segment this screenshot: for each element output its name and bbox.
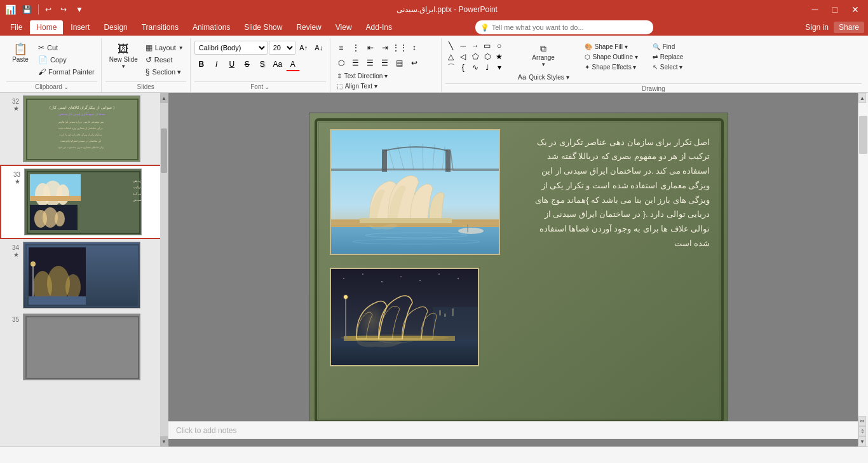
underline-btn[interactable]: U (225, 57, 239, 71)
notes-placeholder[interactable]: Click to add notes (168, 421, 858, 439)
decrease-indent-btn[interactable]: ⇤ (363, 41, 377, 55)
justify-btn[interactable]: ☰ (378, 56, 392, 70)
slide-panel-scroll-thumb[interactable] (161, 128, 167, 173)
shape-rtri[interactable]: ◁ (458, 52, 469, 62)
new-slide-dropdown-icon[interactable]: ▼ (121, 64, 126, 69)
center-btn[interactable]: ☰ (349, 56, 363, 70)
menu-file[interactable]: File (4, 20, 29, 34)
shape-line2[interactable]: ─ (458, 41, 469, 51)
maximize-button[interactable]: □ (829, 3, 841, 16)
new-slide-button[interactable]: 🖼 New Slide ▼ (105, 41, 142, 72)
numbering-btn[interactable]: ⋮ (349, 41, 363, 55)
col-count-btn[interactable]: ⋮⋮ (393, 41, 407, 55)
shape-outline-btn[interactable]: ⬡ Shape Outline ▾ (582, 52, 641, 62)
tell-me-box[interactable]: 💡 (475, 20, 653, 34)
scroll-expand2-btn[interactable]: ⇕ (858, 426, 866, 436)
italic-btn[interactable]: I (210, 57, 224, 71)
scroll-expand-btn[interactable]: ⇔ (858, 416, 866, 426)
tell-me-input[interactable] (492, 24, 632, 31)
bullets-btn[interactable]: ≡ (334, 41, 348, 55)
shape-hex[interactable]: ⬡ (482, 52, 493, 62)
share-button[interactable]: Share (834, 22, 864, 33)
shape-fill-btn[interactable]: 🎨 Shape Fill ▾ (582, 42, 641, 52)
scroll-up-btn[interactable]: ▲ (858, 93, 866, 103)
change-case-btn[interactable]: Aa (271, 57, 285, 71)
copy-button[interactable]: 📄 Copy (36, 54, 97, 66)
format-painter-button[interactable]: 🖌 Format Painter (36, 66, 97, 78)
slide-thumb-34[interactable]: 34 ★ (0, 239, 168, 311)
shape-more[interactable]: ▾ (494, 62, 505, 73)
undo-button[interactable]: ↩ (43, 4, 54, 15)
arrange-dropdown-icon[interactable]: ▼ (541, 62, 546, 67)
save-button[interactable]: 💾 (20, 4, 34, 15)
col-layout-btn[interactable]: ▤ (393, 56, 407, 70)
rtl-btn[interactable]: ↩ (407, 56, 421, 70)
slide-thumb-32[interactable]: 32 ★ ( عنوانی از پیکارگران کالاهای ایمنی… (0, 93, 168, 165)
slide-thumb-33[interactable]: 33 ★ (0, 165, 168, 239)
menu-transitions[interactable]: Transitions (135, 20, 185, 34)
align-text-btn[interactable]: ⬚ Align Text ▾ (334, 81, 437, 91)
slide-thumb-35[interactable]: 35 (0, 311, 168, 383)
text-direction-btn[interactable]: ⇕ Text Direction ▾ (334, 71, 437, 81)
align-right-btn[interactable]: ☰ (363, 56, 377, 70)
line-spacing-btn[interactable]: ↕ (407, 41, 421, 55)
font-color-btn[interactable]: A (286, 57, 300, 71)
font-name-select[interactable]: Calibri (Body) (194, 41, 268, 55)
menu-insert[interactable]: Insert (64, 20, 96, 34)
select-btn[interactable]: ↖ Select ▾ (650, 62, 686, 72)
bold-btn[interactable]: B (194, 57, 208, 71)
slide-thumbnail-34[interactable] (23, 242, 140, 308)
menu-animations[interactable]: Animations (186, 20, 236, 34)
shadow-btn[interactable]: S (255, 57, 269, 71)
scroll-down-btn[interactable]: ▼ (858, 436, 866, 446)
replace-btn[interactable]: ⇄ Replace (650, 52, 686, 62)
increase-indent-btn[interactable]: ⇥ (378, 41, 392, 55)
find-btn[interactable]: 🔍 Find (650, 42, 686, 52)
shape-music[interactable]: ♩ (482, 62, 493, 73)
menu-slideshow[interactable]: Slide Show (238, 20, 288, 34)
font-expand-icon[interactable]: ⌄ (264, 83, 269, 90)
layout-button[interactable]: ▦ Layout ▼ (143, 42, 186, 53)
paste-button[interactable]: 📋 Paste (6, 41, 34, 66)
menu-view[interactable]: View (329, 20, 358, 34)
layout-dropdown-icon[interactable]: ▼ (179, 45, 184, 51)
menu-addins[interactable]: Add-Ins (360, 20, 398, 34)
slide-panel-scroll-up[interactable]: ▲ (160, 93, 168, 103)
reset-button[interactable]: ↺ Reset (143, 54, 186, 66)
increase-font-btn[interactable]: A↑ (297, 41, 311, 55)
shape-oval[interactable]: ○ (494, 41, 505, 51)
right-scroll-thumb[interactable] (859, 116, 867, 154)
decrease-font-btn[interactable]: A↓ (312, 41, 326, 55)
slide-thumbnail-32[interactable]: ( عنوانی از پیکارگران کالاهای ایمنی کار … (23, 95, 140, 162)
shape-curve[interactable]: ⌒ (445, 62, 457, 73)
section-button[interactable]: § Section ▾ (143, 66, 186, 78)
close-button[interactable]: ✕ (848, 3, 863, 16)
menu-home[interactable]: Home (30, 20, 63, 34)
font-size-select[interactable]: 20 (269, 41, 295, 55)
customize-qat-button[interactable]: ▼ (73, 4, 86, 15)
slide-thumbnail-35[interactable] (23, 314, 140, 380)
shape-wave[interactable]: ∿ (470, 62, 481, 73)
shape-effects-btn[interactable]: ✦ Shape Effects ▾ (582, 62, 641, 72)
shape-arrow-right[interactable]: → (470, 41, 481, 51)
menu-design[interactable]: Design (97, 20, 133, 34)
slide-panel-scroll-down[interactable]: ▼ (160, 436, 168, 446)
main-slide[interactable]: اصل تکرار برای سازمان دهی عناصر تکراری د… (309, 113, 728, 427)
arrange-button[interactable]: ⧉ Arrange ▼ (515, 42, 573, 69)
cut-button[interactable]: ✂ Cut (36, 42, 97, 53)
shape-bracket[interactable]: { (458, 62, 469, 73)
shape-star[interactable]: ★ (494, 52, 505, 62)
shape-pent[interactable]: ⬠ (470, 52, 481, 62)
slide-thumbnail-33[interactable]: اصل تکرار برای سازمان دهی عناصر تکراری د… (24, 169, 142, 235)
shape-tri[interactable]: △ (445, 52, 457, 62)
sign-in-button[interactable]: Sign in (805, 23, 829, 32)
minimize-button[interactable]: ─ (808, 3, 822, 16)
clipboard-expand-icon[interactable]: ⌄ (64, 83, 69, 90)
quick-styles-button[interactable]: Aa Quick Styles ▾ (515, 71, 573, 83)
redo-button[interactable]: ↪ (58, 4, 69, 15)
align-left-btn[interactable]: ⬡ (334, 56, 348, 70)
menu-review[interactable]: Review (290, 20, 327, 34)
shape-rect[interactable]: ▭ (482, 41, 493, 51)
shape-line[interactable]: ╲ (445, 41, 457, 51)
strikethrough-btn[interactable]: S (240, 57, 254, 71)
